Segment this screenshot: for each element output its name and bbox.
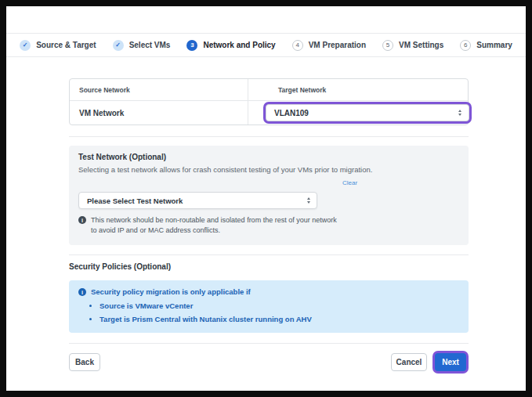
security-policies-bullet-list: Source is VMware vCenter Target is Prism… [100, 299, 459, 326]
info-icon: i [78, 288, 86, 296]
step-number-badge: 6 [460, 40, 471, 51]
step-label: VM Settings [399, 41, 443, 49]
step-label: VM Preparation [309, 41, 366, 49]
cancel-button[interactable]: Cancel [391, 353, 427, 371]
target-network-select[interactable]: VLAN109 [266, 104, 469, 121]
test-network-section: Test Network (Optional) Selecting a test… [69, 146, 469, 245]
step-select-vms[interactable]: ✓ Select VMs [113, 40, 171, 51]
info-icon: i [78, 216, 86, 224]
security-policies-title: Security Policies (Optional) [69, 262, 469, 271]
test-network-select[interactable]: Please Select Test Network [78, 192, 317, 209]
table-row: VM Network VLAN109 [70, 101, 468, 125]
security-policies-info-title: Security policy migration is only applic… [91, 287, 251, 296]
check-icon: ✓ [113, 40, 124, 51]
test-network-note: i This network should be non-routable an… [78, 215, 459, 236]
test-network-description: Selecting a test network allows for cras… [78, 165, 459, 174]
source-network-value: VM Network [70, 101, 248, 125]
section-divider [69, 136, 469, 137]
next-button[interactable]: Next [435, 353, 466, 371]
section-divider [69, 343, 469, 344]
table-header-row: Source Network Target Network [70, 79, 468, 101]
clear-link[interactable]: Clear [342, 179, 357, 186]
step-number-badge: 4 [292, 40, 303, 51]
select-arrows-icon [458, 110, 461, 116]
step-summary[interactable]: 6 Summary [460, 40, 512, 51]
section-divider [69, 254, 469, 255]
select-arrows-icon [307, 197, 310, 204]
test-network-title: Test Network (Optional) [78, 153, 459, 161]
step-label: Source & Target [36, 41, 96, 49]
step-label: Select VMs [129, 41, 171, 49]
main-content: Source Network Target Network VM Network… [69, 78, 469, 371]
wizard-footer: Back Cancel Next [69, 353, 469, 371]
test-network-note-text: This network should be non-routable and … [91, 215, 337, 236]
security-policies-info-box: i Security policy migration is only appl… [69, 280, 469, 333]
bullet-item: Source is VMware vCenter [100, 299, 459, 312]
back-button[interactable]: Back [69, 353, 100, 371]
wizard-stepper: ✓ Source & Target ✓ Select VMs 3 Network… [6, 33, 526, 57]
network-mapping-table: Source Network Target Network VM Network… [69, 78, 469, 125]
column-header-target-network: Target Network [248, 79, 468, 100]
step-number-badge: 3 [186, 40, 197, 51]
step-label: Summary [476, 41, 512, 49]
step-label: Network and Policy [203, 41, 275, 49]
test-network-select-value: Please Select Test Network [87, 197, 183, 205]
column-header-source-network: Source Network [70, 79, 248, 100]
target-network-selected-value: VLAN109 [274, 109, 309, 117]
step-source-and-target[interactable]: ✓ Source & Target [20, 40, 96, 51]
target-network-cell: VLAN109 [248, 101, 468, 125]
step-vm-settings[interactable]: 5 VM Settings [382, 40, 443, 51]
app-window: ✓ Source & Target ✓ Select VMs 3 Network… [0, 0, 532, 397]
step-vm-preparation[interactable]: 4 VM Preparation [292, 40, 366, 51]
step-number-badge: 5 [382, 40, 393, 51]
step-network-and-policy[interactable]: 3 Network and Policy [186, 40, 275, 51]
bullet-item: Target is Prism Central with Nutanix clu… [100, 312, 459, 326]
check-icon: ✓ [20, 40, 31, 51]
